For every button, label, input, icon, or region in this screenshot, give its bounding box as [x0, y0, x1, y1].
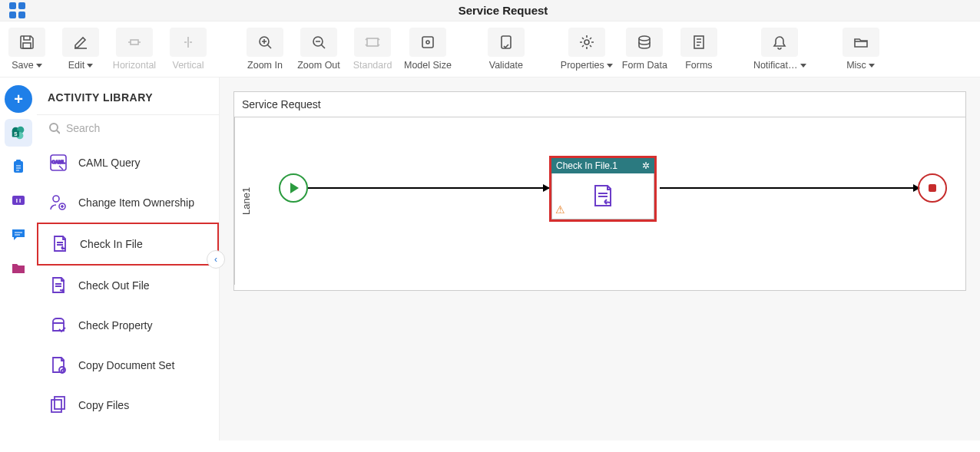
bell-icon: [761, 28, 798, 57]
zoom-out-icon: [300, 28, 337, 57]
misc-button[interactable]: Misc: [834, 28, 888, 71]
lib-item-label: CAML Query: [78, 157, 140, 169]
notifications-button[interactable]: Notificat…: [749, 28, 811, 71]
svg-text:I I: I I: [16, 197, 22, 204]
chevron-down-icon: [607, 64, 613, 68]
lib-item-label: Copy Files: [78, 399, 129, 411]
end-node[interactable]: [918, 173, 947, 203]
horizontal-button: Horizontal: [108, 28, 161, 71]
model-size-button[interactable]: Model Size: [399, 28, 456, 71]
folder-rail-icon[interactable]: [5, 254, 32, 282]
lib-item-label: Check Property: [78, 319, 152, 332]
activity-body: ⚠: [551, 173, 654, 219]
validate-label: Validate: [489, 60, 523, 71]
app-header: Service Request: [0, 0, 980, 21]
copy-doc-set-icon: [48, 355, 69, 376]
activity-library-sidebar: ACTIVITY LIBRARY CAML CAML Query Change …: [37, 78, 220, 440]
swimlane: Lane1 Check In File.1 ✲ ⚠: [234, 117, 965, 285]
validate-button[interactable]: Validate: [479, 28, 533, 71]
add-button[interactable]: +: [5, 85, 32, 113]
svg-rect-26: [51, 400, 61, 412]
chat-icon[interactable]: [5, 220, 32, 248]
properties-button[interactable]: Properties: [556, 28, 617, 71]
left-icon-rail: + S I I: [0, 78, 37, 440]
code-icon[interactable]: I I: [5, 186, 32, 214]
toolbar: Save Edit Horizontal Vertical Zoom In Zo…: [0, 21, 980, 78]
start-node[interactable]: [279, 173, 308, 203]
caml-icon: CAML: [48, 152, 69, 173]
chevron-down-icon: [36, 64, 42, 68]
lane-body[interactable]: Check In File.1 ✲ ⚠: [257, 117, 965, 285]
chevron-down-icon: [869, 64, 875, 68]
form-data-button[interactable]: Form Data: [617, 28, 672, 71]
zoom-out-label: Zoom Out: [297, 60, 340, 71]
lib-item-change-ownership[interactable]: Change Item Ownership: [37, 183, 219, 223]
edit-button[interactable]: Edit: [54, 28, 108, 71]
database-icon: [626, 28, 663, 57]
gear-icon[interactable]: ✲: [642, 160, 650, 171]
standard-label: Standard: [353, 60, 392, 71]
flow-arrow: [660, 187, 919, 189]
lib-item-copy-files[interactable]: Copy Files: [37, 385, 219, 425]
main-content: + S I I ACTIVITY LIBRARY CAML CAML: [0, 78, 980, 440]
search-input[interactable]: [66, 122, 208, 134]
lib-item-copy-document-set[interactable]: Copy Document Set: [37, 345, 219, 385]
clipboard-icon[interactable]: [5, 153, 32, 180]
notifications-label: Notificat…: [753, 60, 798, 71]
svg-rect-0: [23, 43, 31, 48]
svg-point-23: [53, 196, 59, 202]
sharepoint-icon[interactable]: S: [5, 119, 32, 147]
svg-rect-4: [367, 38, 378, 46]
align-horizontal-icon: [116, 28, 153, 57]
process-title: Service Request: [234, 92, 965, 117]
zoom-in-icon: [247, 28, 283, 57]
save-button[interactable]: Save: [0, 28, 54, 71]
search-icon: [48, 121, 60, 135]
svg-rect-27: [55, 397, 65, 409]
align-vertical-icon: [170, 28, 207, 57]
forms-icon: [680, 28, 717, 57]
ownership-icon: [48, 192, 69, 213]
activity-list: CAML CAML Query Change Item Ownership Ch…: [37, 143, 219, 440]
warning-icon: ⚠: [555, 203, 565, 216]
flow-arrow: [308, 187, 549, 189]
svg-point-20: [50, 124, 58, 131]
forms-label: Forms: [685, 60, 712, 71]
vertical-label: Vertical: [173, 60, 204, 71]
activity-check-in-file[interactable]: Check In File.1 ✲ ⚠: [549, 156, 657, 222]
vertical-button: Vertical: [161, 28, 215, 71]
zoom-in-label: Zoom In: [247, 60, 283, 71]
edit-label: Edit: [68, 60, 85, 71]
svg-point-8: [584, 40, 589, 45]
collapse-sidebar-button[interactable]: ‹: [207, 250, 225, 269]
validate-icon: [488, 28, 525, 57]
workflow-canvas[interactable]: Service Request Lane1 Check In File.1 ✲ …: [220, 78, 980, 440]
lib-item-check-out-file[interactable]: Check Out File: [37, 266, 219, 305]
activity-title: Check In File.1: [556, 160, 617, 171]
chevron-down-icon: [800, 64, 806, 68]
activity-header: Check In File.1 ✲: [551, 158, 654, 173]
lane-label: Lane1: [234, 117, 257, 285]
apps-icon[interactable]: [9, 2, 26, 18]
save-label: Save: [12, 60, 34, 71]
lib-item-check-in-file[interactable]: Check In File: [37, 223, 219, 266]
zoom-out-button[interactable]: Zoom Out: [292, 28, 346, 71]
forms-button[interactable]: Forms: [672, 28, 726, 71]
svg-rect-1: [131, 40, 138, 45]
folder-icon: [843, 28, 879, 57]
zoom-in-button[interactable]: Zoom In: [238, 28, 292, 71]
process-container: Service Request Lane1 Check In File.1 ✲ …: [233, 91, 966, 291]
sidebar-title: ACTIVITY LIBRARY: [37, 78, 219, 114]
copy-files-icon: [48, 394, 69, 416]
svg-point-9: [639, 36, 650, 41]
standard-button: Standard: [346, 28, 399, 71]
gear-icon: [568, 28, 605, 57]
check-out-icon: [48, 275, 69, 296]
search-box[interactable]: [37, 114, 219, 143]
lib-item-label: Change Item Ownership: [78, 196, 194, 209]
lib-item-check-property[interactable]: Check Property: [37, 305, 219, 345]
properties-label: Properties: [561, 60, 604, 71]
svg-text:S: S: [14, 131, 18, 137]
lib-item-caml-query[interactable]: CAML CAML Query: [37, 143, 219, 183]
lib-item-label: Copy Document Set: [78, 359, 174, 371]
